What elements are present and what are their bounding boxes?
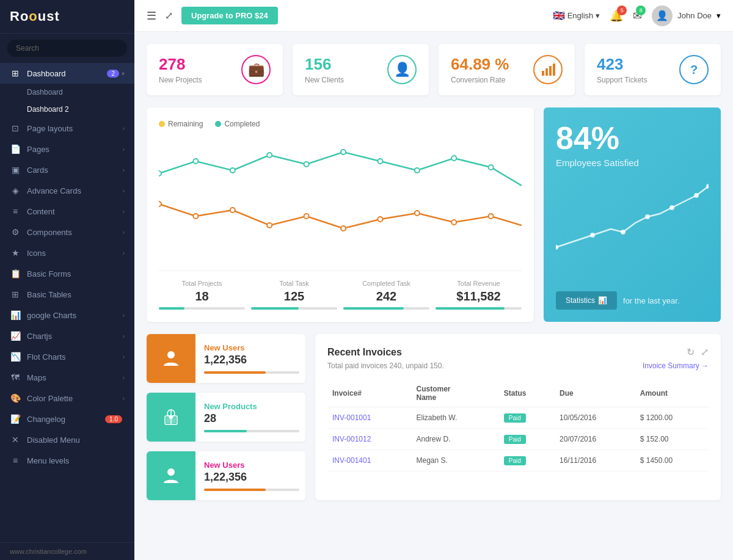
mini-card-products: New Products 28 — [147, 393, 305, 442]
sidebar-item-page-layouts[interactable]: ⊡ Page layouts › — [0, 118, 134, 139]
invoice-amount: $ 152.00 — [635, 429, 709, 450]
chevron-right-icon: › — [123, 208, 125, 215]
sidebar-item-basic-forms[interactable]: 📋 Basic Forms — [0, 263, 134, 284]
sidebar-subitem-dashboard2[interactable]: Dashboard 2 — [0, 101, 134, 118]
clients-label: New Clients — [305, 76, 344, 84]
col-invoice: Invoice# — [327, 380, 412, 407]
invoice-sub-text: Total paid invoices 240, unpaid 150. — [327, 362, 444, 370]
components-icon: ⚙ — [10, 227, 21, 237]
chevron-right-icon: › — [123, 354, 125, 360]
satisfaction-percentage: 84% — [556, 122, 709, 154]
invoice-id[interactable]: INV-001401 — [327, 450, 412, 471]
svg-point-24 — [556, 245, 558, 250]
svg-point-14 — [159, 202, 161, 206]
sidebar-item-flot-charts[interactable]: 📉 Flot Charts › — [0, 346, 134, 367]
color-palette-icon: 🎨 — [10, 393, 21, 403]
svg-point-20 — [377, 217, 382, 222]
stat-card-conversion: 64.89 % Conversion Rate — [439, 44, 575, 95]
clients-icon: 👤 — [387, 55, 417, 84]
language-selector[interactable]: 🇬🇧 English ▾ — [553, 10, 600, 21]
invoice-status: Paid — [499, 450, 555, 471]
invoice-header: Recent Invoices ↻ ⤢ — [327, 346, 709, 358]
svg-point-31 — [167, 351, 175, 358]
chevron-right-icon: › — [123, 374, 125, 381]
user-menu[interactable]: 👤 John Doe ▾ — [652, 5, 721, 26]
sidebar-item-changelog[interactable]: 📝 Changelog 1.0 — [0, 409, 134, 429]
sidebar-item-components[interactable]: ⚙ Components › — [0, 222, 134, 242]
chevron-right-icon: › — [123, 167, 125, 173]
invoice-title: Recent Invoices — [327, 347, 402, 358]
svg-point-18 — [304, 214, 309, 219]
sidebar-subitem-dashboard[interactable]: Dashboard — [0, 84, 134, 101]
stat-card-clients: 156 New Clients 👤 — [293, 44, 429, 95]
svg-rect-0 — [542, 71, 544, 76]
basic-forms-icon: 📋 — [10, 269, 21, 278]
products-mini-icon — [147, 393, 195, 442]
notifications-button[interactable]: 🔔 5 — [610, 9, 623, 23]
statistics-button[interactable]: Statistics 📊 — [556, 291, 617, 310]
google-charts-icon: 📊 — [10, 310, 21, 320]
sidebar-item-pages[interactable]: 📄 Pages › — [0, 139, 134, 159]
message-badge: 8 — [636, 5, 646, 15]
svg-point-10 — [377, 159, 382, 164]
expand-icon[interactable]: ⤢ — [165, 10, 173, 21]
maps-icon: 🗺 — [10, 373, 21, 382]
flot-charts-icon: 📉 — [10, 352, 21, 362]
sidebar-item-color-palette[interactable]: 🎨 Color Palette › — [0, 388, 134, 409]
chart-stat-tasks: Total Task 125 — [251, 280, 337, 310]
sidebar-item-maps[interactable]: 🗺 Maps › — [0, 367, 134, 388]
changelog-badge: 1.0 — [105, 415, 122, 423]
svg-rect-2 — [549, 66, 552, 76]
chart-card: Remaining Completed — [147, 107, 534, 322]
users2-mini-title: New Users — [204, 460, 299, 470]
tasks-progress — [251, 307, 299, 310]
users-progress-bar — [204, 371, 266, 374]
svg-point-4 — [159, 171, 161, 176]
projects-value: 278 — [159, 55, 202, 74]
chevron-right-icon: › — [123, 395, 125, 402]
svg-point-16 — [230, 208, 235, 213]
users-mini-title: New Users — [204, 343, 299, 352]
chart-stat-projects: Total Projects 18 — [159, 280, 245, 310]
tickets-label: Support Tickets — [597, 76, 647, 84]
conversion-value: 64.89 % — [451, 55, 509, 74]
sidebar-item-content[interactable]: ≡ Content › — [0, 201, 134, 222]
sidebar-item-advance-cards[interactable]: ◈ Advance Cards › — [0, 180, 134, 201]
menu-levels-icon: ≡ — [10, 456, 21, 465]
remaining-dot — [159, 121, 165, 127]
svg-point-17 — [267, 223, 272, 228]
notification-badge: 5 — [617, 5, 627, 15]
blue-card-footer: Statistics 📊 for the last year. — [556, 291, 709, 310]
svg-point-26 — [621, 230, 625, 235]
lang-chevron-icon: ▾ — [596, 11, 600, 20]
search-input[interactable] — [7, 40, 127, 57]
customer-name: Andrew D. — [412, 429, 499, 450]
invoice-id[interactable]: INV-001012 — [327, 429, 412, 450]
sidebar-item-basic-tables[interactable]: ⊞ Basic Tables — [0, 284, 134, 305]
basic-tables-icon: ⊞ — [10, 289, 21, 299]
sidebar-item-chartjs[interactable]: 📈 Chartjs › — [0, 325, 134, 346]
invoice-due: 10/05/2016 — [555, 407, 635, 429]
messages-button[interactable]: ✉ 8 — [633, 9, 642, 23]
stats-footer-text: for the last year. — [623, 296, 680, 305]
invoice-summary-link[interactable]: Invoice Summary → — [643, 362, 709, 370]
sidebar-item-google-charts[interactable]: 📊 google Charts › — [0, 305, 134, 325]
sidebar-item-menu-levels[interactable]: ≡ Menu levels — [0, 450, 134, 471]
invoice-id[interactable]: INV-001001 — [327, 407, 412, 429]
refresh-icon[interactable]: ↻ — [687, 346, 695, 358]
sidebar-item-icons[interactable]: ★ Icons › — [0, 242, 134, 263]
hamburger-icon[interactable]: ☰ — [147, 9, 156, 23]
user-chevron-icon: ▾ — [717, 11, 721, 20]
flag-icon: 🇬🇧 — [553, 10, 565, 21]
sidebar-item-cards[interactable]: ▣ Cards › — [0, 159, 134, 180]
projects-icon: 💼 — [241, 55, 271, 84]
projects-progress — [159, 307, 184, 310]
sidebar-item-dashboard[interactable]: ⊞ Dashboard 2 ▾ — [0, 63, 134, 84]
legend-remaining: Remaining — [159, 120, 203, 128]
chart-legend: Remaining Completed — [159, 120, 522, 128]
sidebar-item-disabled-menu[interactable]: ✕ Disabled Menu — [0, 429, 134, 450]
chevron-right-icon: › — [123, 229, 125, 236]
upgrade-button[interactable]: Upgrade to PRO $24 — [181, 7, 278, 24]
chart-stats: Total Projects 18 Total Task 125 Complet… — [159, 271, 522, 310]
expand-invoice-icon[interactable]: ⤢ — [701, 346, 709, 358]
